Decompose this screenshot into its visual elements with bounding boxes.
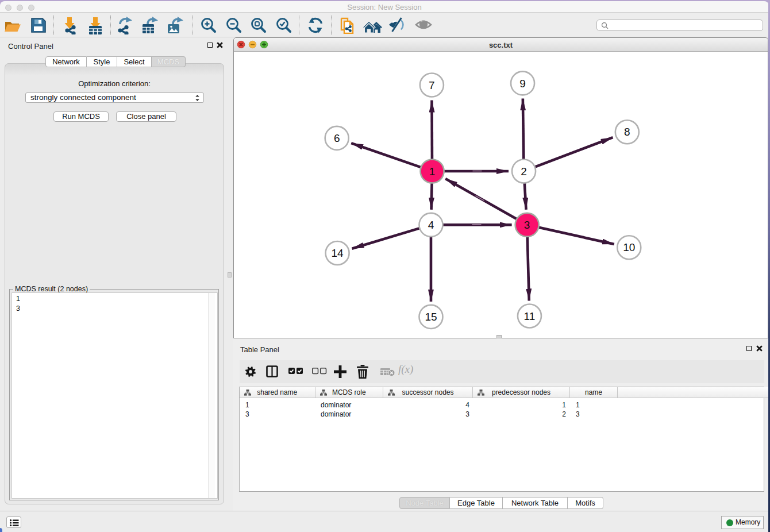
svg-text:2: 2	[521, 165, 527, 178]
svg-text:8: 8	[624, 126, 630, 138]
svg-text:9: 9	[519, 78, 526, 90]
svg-text:1: 1	[429, 165, 436, 178]
svg-text:4: 4	[428, 219, 434, 231]
svg-text:10: 10	[623, 241, 635, 253]
svg-text:3: 3	[524, 219, 530, 231]
svg-text:6: 6	[334, 132, 340, 144]
svg-text:11: 11	[524, 310, 536, 322]
svg-text:15: 15	[425, 311, 437, 323]
svg-text:14: 14	[332, 247, 344, 259]
svg-text:7: 7	[429, 79, 435, 91]
